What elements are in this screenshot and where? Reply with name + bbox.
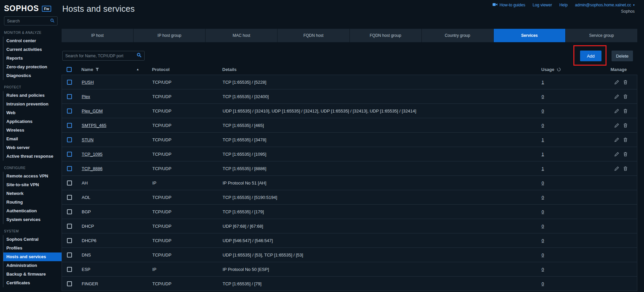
row-protocol: IP: [152, 267, 223, 272]
sidebar-item-diagnostics[interactable]: Diagnostics: [3, 71, 62, 80]
sidebar-item-intrusion-prevention[interactable]: Intrusion prevention: [3, 100, 62, 108]
row-usage[interactable]: 0: [542, 267, 544, 272]
sidebar-item-hosts-and-services[interactable]: Hosts and services: [3, 252, 62, 261]
tab-fqdn-host[interactable]: FQDN host: [277, 29, 349, 42]
row-usage[interactable]: 1: [542, 152, 544, 157]
row-usage[interactable]: 1: [542, 80, 544, 85]
tab-service-group[interactable]: Service group: [566, 29, 637, 42]
edit-icon[interactable]: [614, 123, 619, 128]
sort-asc-icon[interactable]: ▲: [136, 68, 139, 71]
search-icon[interactable]: [137, 53, 142, 59]
sidebar-item-profiles[interactable]: Profiles: [3, 244, 62, 252]
filter-icon[interactable]: [95, 68, 99, 71]
sidebar-item-active-threat-response[interactable]: Active threat response: [3, 152, 62, 161]
tab-ip-host-group[interactable]: IP host group: [134, 29, 205, 42]
row-checkbox[interactable]: [67, 224, 72, 229]
row-name[interactable]: Plex_GDM: [82, 108, 103, 114]
sidebar-item-zero-day-protection[interactable]: Zero-day protection: [3, 63, 62, 71]
row-usage[interactable]: 1: [542, 166, 544, 171]
row-usage[interactable]: 0: [542, 180, 544, 186]
sidebar-item-sophos-central[interactable]: Sophos Central: [3, 235, 62, 244]
delete-icon[interactable]: [623, 166, 628, 171]
row-name[interactable]: Plex: [82, 94, 90, 99]
row-usage[interactable]: 0: [542, 252, 544, 258]
row-usage[interactable]: 0: [542, 281, 544, 286]
edit-icon[interactable]: [614, 152, 619, 157]
edit-icon[interactable]: [614, 94, 619, 99]
row-checkbox[interactable]: [67, 195, 72, 200]
sidebar-item-remote-access-vpn[interactable]: Remote access VPN: [3, 172, 62, 180]
delete-icon[interactable]: [623, 94, 628, 99]
account-menu[interactable]: admin@sophos.home.xalnet.cc ▾: [575, 3, 635, 7]
row-checkbox[interactable]: [67, 94, 72, 99]
row-checkbox[interactable]: [67, 123, 72, 128]
row-usage[interactable]: 0: [542, 94, 544, 99]
delete-icon[interactable]: [623, 108, 628, 114]
sidebar-item-web-server[interactable]: Web server: [3, 143, 62, 152]
add-button[interactable]: Add: [580, 51, 601, 61]
tab-fqdn-host-group[interactable]: FQDN host group: [350, 29, 421, 42]
row-checkbox[interactable]: [67, 166, 72, 171]
row-name[interactable]: STUN: [82, 137, 93, 142]
sidebar-item-control-center[interactable]: Control center: [3, 36, 62, 45]
refresh-icon[interactable]: [557, 67, 561, 72]
row-name[interactable]: SMTPS_465: [82, 123, 106, 128]
row-usage[interactable]: 0: [542, 195, 544, 200]
row-checkbox[interactable]: [67, 180, 72, 186]
sidebar-item-wireless[interactable]: Wireless: [3, 126, 62, 135]
log-viewer-link[interactable]: Log viewer: [533, 3, 552, 7]
row-checkbox[interactable]: [67, 238, 72, 243]
sidebar-item-rules-and-policies[interactable]: Rules and policies: [3, 91, 62, 100]
delete-icon[interactable]: [623, 80, 628, 85]
sidebar-item-reports[interactable]: Reports: [3, 54, 62, 63]
row-checkbox[interactable]: [67, 281, 72, 286]
sidebar-item-authentication[interactable]: Authentication: [3, 207, 62, 215]
row-checkbox[interactable]: [67, 252, 72, 258]
sidebar-item-routing[interactable]: Routing: [3, 198, 62, 207]
tab-ip-host[interactable]: IP host: [62, 29, 133, 42]
row-name[interactable]: TCP_8886: [82, 166, 102, 171]
row-usage[interactable]: 0: [542, 108, 544, 114]
delete-icon[interactable]: [623, 137, 628, 142]
row-usage[interactable]: 1: [542, 137, 544, 142]
tab-services[interactable]: Services: [494, 29, 565, 42]
row-name[interactable]: TCP_1095: [82, 152, 102, 157]
sidebar-item-administration[interactable]: Administration: [3, 261, 62, 270]
sidebar-item-current-activities[interactable]: Current activities: [3, 45, 62, 54]
search-icon[interactable]: [50, 18, 55, 24]
delete-icon[interactable]: [623, 123, 628, 128]
sidebar-item-web[interactable]: Web: [3, 108, 62, 117]
howto-guides-link[interactable]: How-to guides: [492, 3, 525, 7]
edit-icon[interactable]: [614, 137, 619, 142]
row-usage[interactable]: 0: [542, 209, 544, 214]
sidebar-item-network[interactable]: Network: [3, 189, 62, 198]
delete-button[interactable]: Delete: [612, 51, 633, 61]
row-usage[interactable]: 0: [542, 123, 544, 128]
edit-icon[interactable]: [614, 80, 619, 85]
select-all-checkbox[interactable]: [67, 67, 72, 72]
sidebar-item-email[interactable]: Email: [3, 135, 62, 143]
row-name[interactable]: PUSH: [82, 80, 94, 85]
sidebar-item-applications[interactable]: Applications: [3, 117, 62, 126]
help-link[interactable]: Help: [559, 3, 568, 7]
sidebar-item-backup-firmware[interactable]: Backup & firmware: [3, 270, 62, 279]
row-checkbox[interactable]: [67, 152, 72, 157]
tab-mac-host[interactable]: MAC host: [206, 29, 277, 42]
sidebar-item-site-to-site-vpn[interactable]: Site-to-site VPN: [3, 180, 62, 189]
row-checkbox[interactable]: [67, 267, 72, 272]
service-search-input[interactable]: [65, 54, 135, 58]
row-usage[interactable]: 0: [542, 224, 544, 229]
edit-icon[interactable]: [614, 166, 619, 171]
row-checkbox[interactable]: [67, 137, 72, 142]
sidebar-item-certificates[interactable]: Certificates: [3, 279, 62, 287]
delete-icon[interactable]: [623, 152, 628, 157]
sidebar-item-system-services[interactable]: System services: [3, 215, 62, 224]
tab-country-group[interactable]: Country group: [422, 29, 493, 42]
edit-icon[interactable]: [614, 108, 619, 114]
row-checkbox[interactable]: [67, 108, 72, 114]
row-checkbox[interactable]: [67, 80, 72, 85]
sidebar-search-input[interactable]: [7, 19, 48, 23]
row-usage[interactable]: 0: [542, 238, 544, 243]
section-items: Rules and policiesIntrusion preventionWe…: [3, 91, 62, 161]
row-checkbox[interactable]: [67, 209, 72, 214]
